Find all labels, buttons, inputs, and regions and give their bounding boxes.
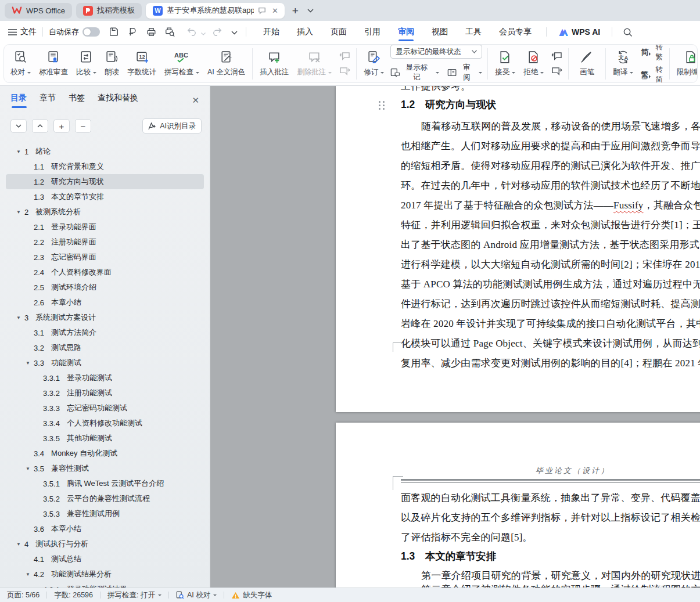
page-2[interactable]: 毕业论文（设计） 面客观的自动化测试工具衡量系统，抽象出了异常、变异、代码覆盖、… — [336, 423, 700, 587]
tab-find-replace[interactable]: 查找和替换 — [98, 93, 138, 108]
ai-polish-button[interactable]: AI 全文润色 — [203, 46, 249, 82]
toc-item[interactable]: ▼ 2.3 忘记密码界面 — [6, 250, 204, 265]
standard-review-button[interactable]: 标准审查 — [35, 46, 72, 82]
compare-button[interactable]: 比较 — [72, 46, 100, 82]
menu-item-view[interactable]: 视图 — [423, 21, 457, 43]
markup-state-select[interactable]: 显示标记的最终状态 — [390, 45, 482, 59]
previous-revision-button[interactable] — [550, 51, 563, 62]
print-preview-icon[interactable] — [163, 25, 177, 39]
toc-item[interactable]: ▼ 3.6 本章小结 — [6, 521, 204, 536]
toc-item[interactable]: ▼ 3.2 测试思路 — [6, 340, 204, 355]
autosave-toggle[interactable] — [82, 27, 100, 37]
translate-button[interactable]: 文A 翻译 — [609, 46, 637, 82]
toc-item[interactable]: ▼ 3.3.5 其他功能测试 — [6, 431, 204, 446]
toc-item[interactable]: ▼ 3.5.1 腾讯 WeTest 云测试平台介绍 — [6, 476, 204, 491]
missing-font-warning[interactable]: 缺失字体 — [231, 590, 272, 600]
collapse-triangle-icon[interactable]: ▼ — [23, 572, 33, 577]
page-1[interactable]: 工作提供参考。 1.2 研究方向与现状 随着移动互联网的普及发展，移动设备的使用… — [336, 86, 700, 412]
toc-item[interactable]: ▼ 3.3.3 忘记密码功能测试 — [6, 401, 204, 416]
toc-item[interactable]: ▼ 3.4 Monkey 自动化测试 — [6, 446, 204, 461]
collapse-triangle-icon[interactable]: ▼ — [14, 542, 23, 547]
search-icon[interactable] — [620, 25, 634, 39]
toc-item[interactable]: ▼ 3.3.1 登录功能测试 — [6, 370, 204, 385]
toc-item[interactable]: ▼ 2.2 注册功能界面 — [6, 235, 204, 250]
restrict-editing-button[interactable]: 限制编辑 — [673, 46, 698, 82]
previous-comment-button[interactable] — [338, 51, 351, 62]
toc-item[interactable]: ▼ 3.5.3 兼容性测试用例 — [6, 506, 204, 521]
toc-item[interactable]: ▼ 4.2 功能测试结果分析 — [6, 567, 204, 582]
toc-item[interactable]: ▼ 1.1 研究背景和意义 — [6, 159, 204, 174]
collapse-triangle-icon[interactable]: ▼ — [14, 210, 23, 215]
review-pane-button[interactable]: 审阅 — [447, 63, 482, 82]
close-sidebar-icon[interactable]: ✕ — [189, 94, 202, 107]
toc-item[interactable]: ▼ 1.3 本文的章节安排 — [6, 189, 204, 204]
track-changes-button[interactable]: 修订 — [360, 46, 388, 82]
expand-all-button[interactable] — [10, 119, 27, 133]
toc-item[interactable]: ▼ 3.3.4 个人资料修改功能测试 — [6, 416, 204, 431]
close-tab-icon[interactable]: ✕ — [270, 6, 280, 15]
more-tools-chevron-icon[interactable] — [231, 31, 238, 35]
tab-document[interactable]: W 基于安卓系统的慧易联app的 ✕ — [146, 3, 285, 19]
print-icon[interactable] — [144, 25, 158, 39]
menu-item-page[interactable]: 页面 — [322, 21, 356, 43]
hamburger-menu-icon[interactable] — [8, 29, 17, 35]
tab-chapters[interactable]: 章节 — [40, 93, 56, 108]
toc-item[interactable]: ▼ 3.3.2 注册功能测试 — [6, 385, 204, 401]
insert-comment-button[interactable]: 插入批注 — [256, 46, 293, 82]
collapse-triangle-icon[interactable]: ▼ — [23, 361, 33, 366]
toc-item[interactable]: ▼ 2.6 本章小结 — [6, 295, 204, 310]
comment-bubble-icon[interactable] — [258, 7, 266, 15]
ai-proofread-status[interactable]: AI 校对 — [176, 590, 217, 600]
pen-button[interactable]: 画笔 — [572, 46, 602, 82]
show-markup-button[interactable]: 显示标记 — [390, 63, 439, 82]
toc-item[interactable]: ▼ 3.5 兼容性测试 — [6, 461, 204, 476]
spell-check-status[interactable]: 拼写检查: 打开 — [107, 590, 161, 600]
toc-item[interactable]: ▼ 3.3 功能测试 — [6, 355, 204, 370]
delete-comment-button[interactable]: 删除批注 — [293, 46, 336, 82]
toc-item[interactable]: ▼ 2.1 登录功能界面 — [6, 219, 204, 235]
save-icon[interactable] — [107, 25, 121, 39]
paragraph-drag-handle-icon[interactable] — [379, 101, 385, 110]
ai-recognize-toc-button[interactable]: AI识别目录 — [142, 118, 202, 134]
toc-item[interactable]: ▼ 1.2 研究方向与现状 — [6, 174, 204, 189]
proofread-button[interactable]: 校对 — [6, 46, 35, 82]
collapse-triangle-icon[interactable]: ▼ — [23, 466, 33, 471]
toc-item[interactable]: ▼ 3.1 测试方法简介 — [6, 325, 204, 340]
collapse-triangle-icon[interactable]: ▼ — [14, 149, 23, 154]
new-tab-button[interactable]: + — [289, 5, 302, 16]
wps-ai-button[interactable]: WPS AI — [552, 27, 606, 37]
toc-item[interactable]: ▼ 2.5 测试环境介绍 — [6, 280, 204, 295]
tab-docer-templates[interactable]: 找稻壳模板 — [76, 3, 142, 19]
toc-item[interactable]: ▼ 2 被测系统分析 — [6, 204, 204, 219]
menu-item-reference[interactable]: 引用 — [356, 21, 389, 43]
menu-item-membership[interactable]: 会员专享 — [490, 21, 540, 43]
file-menu[interactable]: 文件 — [20, 27, 37, 37]
tab-wps-office[interactable]: WPS Office — [5, 3, 72, 19]
page-indicator[interactable]: 页面: 5/66 — [7, 590, 40, 600]
collapse-triangle-icon[interactable]: ▼ — [14, 315, 23, 320]
toc-item[interactable]: ▼ 4 测试执行与分析 — [6, 536, 204, 551]
menu-item-insert[interactable]: 插入 — [288, 21, 322, 43]
word-count-button[interactable]: 12 字数统计 — [123, 46, 160, 82]
zoom-in-button[interactable]: + — [53, 119, 70, 133]
menu-item-home[interactable]: 开始 — [254, 21, 288, 43]
word-count-indicator[interactable]: 字数: 26596 — [54, 590, 93, 600]
export-pdf-icon[interactable] — [125, 25, 139, 39]
accept-revision-button[interactable]: 接受 — [491, 46, 519, 82]
collapse-all-button[interactable] — [32, 119, 48, 133]
toc-item[interactable]: ▼ 3 系统测试方案设计 — [6, 310, 204, 325]
next-revision-button[interactable] — [550, 66, 563, 77]
tab-bookmarks[interactable]: 书签 — [69, 93, 85, 108]
read-aloud-button[interactable]: 朗读 — [100, 46, 123, 82]
zoom-out-button[interactable]: − — [75, 119, 91, 133]
toc-item[interactable]: ▼ 4.1 测试总结 — [6, 551, 204, 567]
toc-item[interactable]: ▼ 4.2.1 登录功能测试结果 — [6, 582, 204, 587]
menu-item-review[interactable]: 审阅 — [389, 21, 423, 43]
to-traditional-button[interactable]: 简 转繁 — [641, 44, 663, 62]
dialog-launcher-icon[interactable] — [642, 74, 647, 80]
tab-contents[interactable]: 目录 — [10, 93, 27, 108]
menu-item-tools[interactable]: 工具 — [457, 21, 490, 43]
reject-revision-button[interactable]: 拒绝 — [519, 46, 548, 82]
spell-check-button[interactable]: ABC 拼写检查 — [160, 46, 203, 82]
tab-list-chevron-icon[interactable] — [307, 9, 314, 13]
